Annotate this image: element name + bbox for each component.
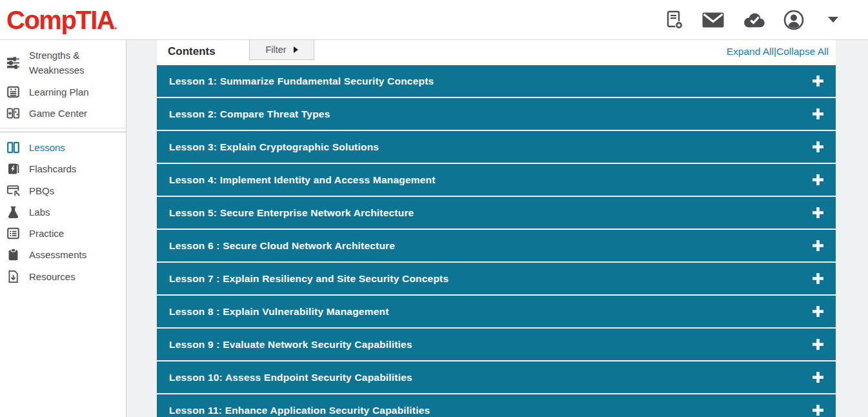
lesson-accordion-row[interactable]: Lesson 8 : Explain Vulnerability Managem… bbox=[157, 296, 836, 327]
practice-icon bbox=[6, 227, 21, 240]
game-center-icon bbox=[6, 107, 21, 120]
sidebar-item-label: Lessons bbox=[29, 140, 65, 155]
sidebar-item-label: Learning Plan bbox=[29, 85, 89, 99]
caret-right-icon bbox=[294, 46, 298, 53]
lesson-title: Lesson 8 : Explain Vulnerability Managem… bbox=[169, 306, 389, 318]
sidebar-item-assessments[interactable]: Assessments bbox=[0, 244, 126, 265]
lesson-accordion-row[interactable]: Lesson 9 : Evaluate Network Security Cap… bbox=[157, 329, 836, 360]
plus-icon[interactable] bbox=[812, 174, 823, 185]
lesson-title: Lesson 7 : Explain Resiliency and Site S… bbox=[169, 273, 449, 285]
labs-icon bbox=[6, 205, 21, 219]
lesson-title: Lesson 4: Implement Identity and Access … bbox=[169, 174, 436, 186]
plus-icon[interactable] bbox=[812, 372, 823, 383]
lesson-accordion-row[interactable]: Lesson 1: Summarize Fundamental Security… bbox=[157, 65, 836, 97]
account-menu-caret[interactable] bbox=[823, 17, 838, 23]
plus-icon[interactable] bbox=[812, 240, 823, 251]
sidebar-item-label: Strengths & Weaknesses bbox=[29, 48, 121, 78]
sidebar-divider bbox=[0, 128, 126, 132]
expand-all-link[interactable]: Expand All bbox=[727, 46, 774, 57]
lesson-title: Lesson 1: Summarize Fundamental Security… bbox=[169, 76, 434, 87]
lesson-title: Lesson 5: Secure Enterprise Network Arch… bbox=[169, 207, 414, 219]
plus-icon[interactable] bbox=[812, 76, 823, 86]
lesson-title: Lesson 9 : Evaluate Network Security Cap… bbox=[169, 339, 412, 351]
sidebar-item-label: Labs bbox=[29, 205, 50, 219]
caret-down-icon bbox=[828, 17, 838, 23]
sidebar-item-label: PBQs bbox=[29, 183, 54, 198]
plus-icon[interactable] bbox=[812, 141, 823, 152]
sidebar-item-label: Practice bbox=[29, 226, 64, 241]
sidebar-item-label: Flashcards bbox=[29, 161, 76, 176]
lesson-accordion-row[interactable]: Lesson 10: Assess Endpoint Security Capa… bbox=[157, 361, 836, 393]
plus-icon[interactable] bbox=[812, 306, 823, 317]
account-icon[interactable] bbox=[783, 10, 804, 30]
collapse-all-link[interactable]: Collapse All bbox=[776, 46, 829, 57]
sidebar-nav: Strengths & Weaknesses Learning Plan bbox=[0, 40, 126, 417]
filter-button[interactable]: Filter bbox=[249, 40, 314, 60]
main-content: Contents Filter Expand All | Collapse Al… bbox=[157, 40, 836, 417]
filter-button-label: Filter bbox=[265, 45, 286, 55]
lesson-accordion-row[interactable]: Lesson 2: Compare Threat Types bbox=[157, 98, 836, 130]
header-toolbar bbox=[666, 10, 838, 30]
lesson-title: Lesson 2: Compare Threat Types bbox=[169, 108, 330, 120]
lesson-title: Lesson 6 : Secure Cloud Network Architec… bbox=[169, 240, 395, 252]
lesson-title: Lesson 10: Assess Endpoint Security Capa… bbox=[169, 372, 412, 383]
plus-icon[interactable] bbox=[812, 339, 823, 350]
lesson-accordion-row[interactable]: Lesson 6 : Secure Cloud Network Architec… bbox=[157, 230, 836, 261]
lessons-icon bbox=[6, 141, 21, 154]
lesson-title: Lesson 11: Enhance Application Security … bbox=[169, 405, 430, 416]
page-title: Contents bbox=[168, 45, 216, 58]
lesson-accordion-row[interactable]: Lesson 11: Enhance Application Security … bbox=[157, 394, 836, 417]
lesson-accordion-row[interactable]: Lesson 4: Implement Identity and Access … bbox=[157, 164, 836, 196]
sidebar-item-learning-plan[interactable]: Learning Plan bbox=[0, 81, 126, 103]
app-header: CompTIA. bbox=[0, 0, 868, 40]
sidebar-item-lessons[interactable]: Lessons bbox=[0, 137, 126, 158]
sidebar-item-pbqs[interactable]: PBQs bbox=[0, 180, 126, 201]
resources-icon bbox=[6, 270, 21, 283]
sidebar-item-label: Game Center bbox=[29, 106, 87, 121]
sidebar-item-strengths-weaknesses[interactable]: Strengths & Weaknesses bbox=[0, 45, 126, 81]
lesson-accordion-row[interactable]: Lesson 3: Explain Cryptographic Solution… bbox=[157, 131, 836, 163]
plus-icon[interactable] bbox=[812, 405, 823, 416]
sidebar-item-game-center[interactable]: Game Center bbox=[0, 103, 126, 124]
mail-icon[interactable] bbox=[702, 12, 724, 28]
comptia-logo[interactable]: CompTIA. bbox=[6, 7, 116, 33]
sidebar-item-labs[interactable]: Labs bbox=[0, 201, 126, 223]
lesson-accordion-row[interactable]: Lesson 7 : Explain Resiliency and Site S… bbox=[157, 263, 836, 294]
plus-icon[interactable] bbox=[812, 273, 823, 284]
flashcards-icon bbox=[6, 162, 21, 176]
sidebar-item-label: Assessments bbox=[29, 247, 86, 262]
logo-registered-mark: . bbox=[114, 20, 116, 31]
plus-icon[interactable] bbox=[812, 108, 823, 119]
lesson-title: Lesson 3: Explain Cryptographic Solution… bbox=[169, 141, 379, 153]
results-notes-icon[interactable] bbox=[666, 10, 683, 30]
plus-icon[interactable] bbox=[812, 207, 823, 218]
pbqs-icon bbox=[6, 184, 21, 198]
lesson-accordion-row[interactable]: Lesson 5: Secure Enterprise Network Arch… bbox=[157, 197, 836, 229]
cloud-sync-icon[interactable] bbox=[743, 12, 765, 28]
assessments-icon bbox=[6, 248, 21, 261]
sidebar-item-label: Resources bbox=[29, 269, 76, 284]
sidebar-item-flashcards[interactable]: Flashcards bbox=[0, 158, 126, 179]
sidebar-item-practice[interactable]: Practice bbox=[0, 223, 126, 244]
content-header: Contents Filter Expand All | Collapse Al… bbox=[157, 40, 836, 65]
learning-plan-icon bbox=[6, 85, 21, 99]
sidebar-item-resources[interactable]: Resources bbox=[0, 266, 126, 287]
strengths-icon bbox=[6, 56, 21, 70]
lessons-accordion: Lesson 1: Summarize Fundamental Security… bbox=[157, 65, 836, 417]
expand-collapse-links: Expand All | Collapse All bbox=[727, 46, 829, 57]
